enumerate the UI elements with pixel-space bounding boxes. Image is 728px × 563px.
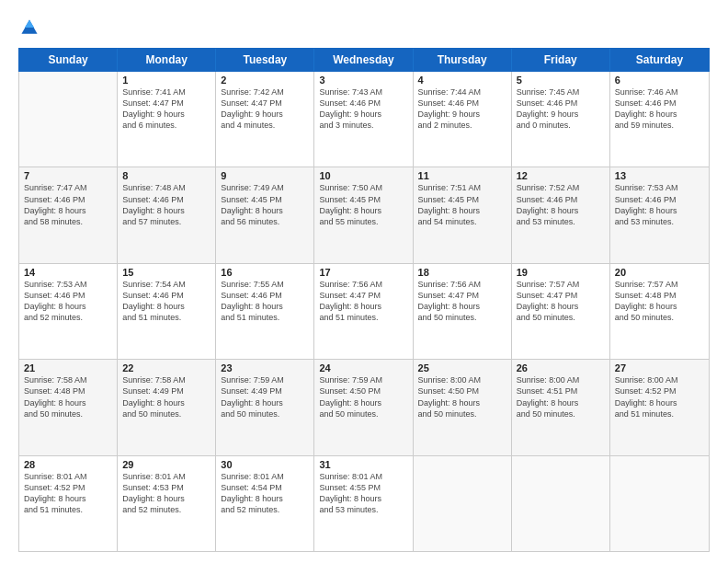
calendar-cell: 3Sunrise: 7:43 AM Sunset: 4:46 PM Daylig… (314, 72, 413, 167)
day-number: 7 (24, 170, 112, 181)
day-number: 9 (221, 170, 309, 181)
day-number: 25 (418, 362, 506, 373)
header-day-monday: Monday (118, 49, 216, 71)
cell-info: Sunrise: 8:01 AM Sunset: 4:55 PM Dayligh… (319, 471, 407, 516)
logo-icon (18, 17, 40, 39)
day-number: 8 (122, 170, 210, 181)
cell-info: Sunrise: 8:01 AM Sunset: 4:53 PM Dayligh… (122, 471, 210, 516)
day-number: 20 (615, 267, 704, 278)
svg-marker-1 (25, 19, 34, 28)
calendar: SundayMondayTuesdayWednesdayThursdayFrid… (18, 48, 710, 552)
cell-info: Sunrise: 7:52 AM Sunset: 4:46 PM Dayligh… (517, 182, 605, 227)
calendar-row: 1Sunrise: 7:41 AM Sunset: 4:47 PM Daylig… (19, 72, 709, 167)
calendar-row: 21Sunrise: 7:58 AM Sunset: 4:48 PM Dayli… (19, 360, 709, 455)
day-number: 12 (517, 170, 605, 181)
calendar-cell: 30Sunrise: 8:01 AM Sunset: 4:54 PM Dayli… (216, 456, 314, 551)
cell-info: Sunrise: 8:01 AM Sunset: 4:52 PM Dayligh… (24, 471, 112, 516)
day-number: 18 (418, 267, 506, 278)
calendar-cell: 20Sunrise: 7:57 AM Sunset: 4:48 PM Dayli… (610, 264, 709, 359)
calendar-cell: 27Sunrise: 8:00 AM Sunset: 4:52 PM Dayli… (610, 360, 709, 454)
header-day-wednesday: Wednesday (314, 49, 413, 71)
logo (18, 17, 44, 39)
day-number: 31 (319, 459, 407, 470)
calendar-cell: 21Sunrise: 7:58 AM Sunset: 4:48 PM Dayli… (19, 360, 118, 454)
cell-info: Sunrise: 7:45 AM Sunset: 4:46 PM Dayligh… (517, 86, 605, 132)
day-number: 21 (24, 362, 112, 373)
cell-info: Sunrise: 7:53 AM Sunset: 4:46 PM Dayligh… (615, 182, 704, 227)
cell-info: Sunrise: 7:54 AM Sunset: 4:46 PM Dayligh… (122, 279, 210, 324)
cell-info: Sunrise: 7:56 AM Sunset: 4:47 PM Dayligh… (418, 279, 506, 324)
day-number: 24 (319, 362, 407, 373)
header-day-saturday: Saturday (610, 49, 709, 71)
calendar-cell: 2Sunrise: 7:42 AM Sunset: 4:47 PM Daylig… (216, 72, 314, 167)
header-day-thursday: Thursday (414, 49, 512, 71)
calendar-cell: 5Sunrise: 7:45 AM Sunset: 4:46 PM Daylig… (512, 72, 610, 167)
calendar-cell: 29Sunrise: 8:01 AM Sunset: 4:53 PM Dayli… (118, 456, 216, 551)
calendar-cell (414, 456, 512, 551)
cell-info: Sunrise: 7:57 AM Sunset: 4:47 PM Dayligh… (517, 279, 605, 324)
header (18, 17, 710, 39)
day-number: 10 (319, 170, 407, 181)
day-number: 11 (418, 170, 506, 181)
day-number: 17 (319, 267, 407, 278)
day-number: 13 (615, 170, 704, 181)
cell-info: Sunrise: 7:48 AM Sunset: 4:46 PM Dayligh… (122, 182, 210, 227)
calendar-cell: 25Sunrise: 8:00 AM Sunset: 4:50 PM Dayli… (414, 360, 512, 454)
day-number: 23 (221, 362, 309, 373)
cell-info: Sunrise: 7:41 AM Sunset: 4:47 PM Dayligh… (122, 86, 210, 132)
day-number: 16 (221, 267, 309, 278)
cell-info: Sunrise: 8:00 AM Sunset: 4:51 PM Dayligh… (517, 374, 605, 419)
day-number: 5 (517, 75, 605, 86)
cell-info: Sunrise: 7:59 AM Sunset: 4:49 PM Dayligh… (221, 374, 309, 419)
header-day-tuesday: Tuesday (216, 49, 314, 71)
calendar-cell: 31Sunrise: 8:01 AM Sunset: 4:55 PM Dayli… (314, 456, 413, 551)
cell-info: Sunrise: 7:53 AM Sunset: 4:46 PM Dayligh… (24, 279, 112, 324)
day-number: 3 (319, 75, 407, 86)
day-number: 6 (615, 75, 704, 86)
calendar-cell: 11Sunrise: 7:51 AM Sunset: 4:45 PM Dayli… (414, 167, 512, 262)
day-number: 4 (418, 75, 506, 86)
calendar-cell: 9Sunrise: 7:49 AM Sunset: 4:45 PM Daylig… (216, 167, 314, 262)
calendar-cell: 13Sunrise: 7:53 AM Sunset: 4:46 PM Dayli… (610, 167, 709, 262)
calendar-cell: 24Sunrise: 7:59 AM Sunset: 4:50 PM Dayli… (314, 360, 413, 454)
calendar-cell: 12Sunrise: 7:52 AM Sunset: 4:46 PM Dayli… (512, 167, 610, 262)
day-number: 22 (122, 362, 210, 373)
day-number: 1 (122, 75, 210, 86)
cell-info: Sunrise: 7:55 AM Sunset: 4:46 PM Dayligh… (221, 279, 309, 324)
day-number: 27 (615, 362, 704, 373)
calendar-cell: 4Sunrise: 7:44 AM Sunset: 4:46 PM Daylig… (414, 72, 512, 167)
calendar-cell: 14Sunrise: 7:53 AM Sunset: 4:46 PM Dayli… (19, 264, 118, 359)
day-number: 2 (221, 75, 309, 86)
calendar-cell: 7Sunrise: 7:47 AM Sunset: 4:46 PM Daylig… (19, 167, 118, 262)
cell-info: Sunrise: 7:57 AM Sunset: 4:48 PM Dayligh… (615, 279, 704, 324)
calendar-cell: 23Sunrise: 7:59 AM Sunset: 4:49 PM Dayli… (216, 360, 314, 454)
calendar-row: 7Sunrise: 7:47 AM Sunset: 4:46 PM Daylig… (19, 167, 709, 263)
cell-info: Sunrise: 7:58 AM Sunset: 4:49 PM Dayligh… (122, 374, 210, 419)
cell-info: Sunrise: 7:49 AM Sunset: 4:45 PM Dayligh… (221, 182, 309, 227)
calendar-body: 1Sunrise: 7:41 AM Sunset: 4:47 PM Daylig… (18, 72, 710, 552)
header-day-friday: Friday (512, 49, 610, 71)
calendar-cell (512, 456, 610, 551)
header-day-sunday: Sunday (19, 49, 118, 71)
calendar-cell (19, 72, 118, 167)
day-number: 26 (517, 362, 605, 373)
day-number: 15 (122, 267, 210, 278)
calendar-header: SundayMondayTuesdayWednesdayThursdayFrid… (18, 48, 710, 72)
calendar-cell: 28Sunrise: 8:01 AM Sunset: 4:52 PM Dayli… (19, 456, 118, 551)
page: SundayMondayTuesdayWednesdayThursdayFrid… (0, 0, 728, 563)
calendar-cell: 8Sunrise: 7:48 AM Sunset: 4:46 PM Daylig… (118, 167, 216, 262)
calendar-cell: 26Sunrise: 8:00 AM Sunset: 4:51 PM Dayli… (512, 360, 610, 454)
calendar-cell: 15Sunrise: 7:54 AM Sunset: 4:46 PM Dayli… (118, 264, 216, 359)
cell-info: Sunrise: 8:01 AM Sunset: 4:54 PM Dayligh… (221, 471, 309, 516)
calendar-cell (610, 456, 709, 551)
cell-info: Sunrise: 7:46 AM Sunset: 4:46 PM Dayligh… (615, 86, 704, 132)
calendar-cell: 19Sunrise: 7:57 AM Sunset: 4:47 PM Dayli… (512, 264, 610, 359)
calendar-row: 14Sunrise: 7:53 AM Sunset: 4:46 PM Dayli… (19, 264, 709, 360)
calendar-cell: 10Sunrise: 7:50 AM Sunset: 4:45 PM Dayli… (314, 167, 413, 262)
day-number: 14 (24, 267, 112, 278)
calendar-cell: 17Sunrise: 7:56 AM Sunset: 4:47 PM Dayli… (314, 264, 413, 359)
day-number: 19 (517, 267, 605, 278)
cell-info: Sunrise: 7:42 AM Sunset: 4:47 PM Dayligh… (221, 86, 309, 132)
calendar-cell: 18Sunrise: 7:56 AM Sunset: 4:47 PM Dayli… (414, 264, 512, 359)
cell-info: Sunrise: 7:43 AM Sunset: 4:46 PM Dayligh… (319, 86, 407, 132)
